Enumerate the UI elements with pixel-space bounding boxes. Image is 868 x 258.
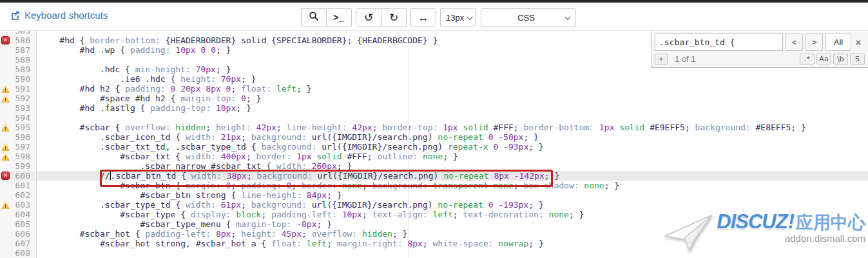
- gutter-cell: !592: [0, 94, 37, 103]
- line-number: 587: [0, 45, 36, 55]
- code-line-text: .scbar_txt_td, .scbar_type_td { backgrou…: [37, 142, 868, 152]
- line-number: 602: [0, 190, 36, 200]
- gutter-cell: 593: [0, 103, 37, 113]
- find-all-button[interactable]: All: [825, 34, 851, 51]
- code-line-text: #space #hd h2 { margin-top: 0; }: [37, 94, 868, 103]
- find-next-button[interactable]: >: [805, 34, 823, 51]
- gutter-cell: 604: [0, 210, 37, 219]
- line-number: 607: [0, 239, 36, 248]
- gutter-cell: 590: [0, 74, 37, 84]
- search-button[interactable]: [301, 8, 327, 26]
- gutter-cell: ×600: [0, 171, 37, 181]
- code-line-text: [37, 113, 868, 123]
- line-number: 599: [0, 161, 36, 171]
- watermark-cn-label: 应用中心: [796, 211, 865, 234]
- match-case-option-button[interactable]: Aa: [816, 54, 831, 64]
- gutter-cell: 602: [0, 190, 37, 200]
- chevron-down-icon: [467, 14, 473, 20]
- gutter-cell: !595: [0, 123, 37, 132]
- gutter-cell: 606: [0, 229, 37, 239]
- code-line-text: .scbar_type_td { width: 61px; background…: [37, 200, 868, 210]
- gutter-cell: 588: [0, 55, 37, 64]
- external-link-icon: [10, 10, 20, 20]
- gutter-cell: 601: [0, 181, 37, 190]
- code-line-text: #scbar { overflow: hidden; height: 42px;…: [37, 123, 868, 132]
- line-number: 593: [0, 103, 36, 113]
- language-value: CSS: [488, 13, 564, 23]
- line-number: 604: [0, 210, 36, 219]
- gutter-cell: 587: [0, 45, 37, 55]
- search-panel: < > All × + 1 of 1 .* Aa \b S: [651, 31, 868, 68]
- gutter-cell: 589: [0, 64, 37, 74]
- gutter-cell: 594: [0, 113, 37, 123]
- line-number: 585: [0, 31, 36, 35]
- watermark-bang: !: [788, 210, 795, 233]
- code-line-592: !592 #space #hd h2 { margin-top: 0; }: [0, 94, 868, 103]
- code-line-text: #scbar_btn strong { line-height: 84px; }: [37, 190, 868, 200]
- gutter-cell: 585: [0, 31, 37, 35]
- terminal-icon: >_: [333, 13, 345, 22]
- line-number: 588: [0, 55, 36, 64]
- redo-button[interactable]: ↻: [381, 8, 407, 26]
- line-number: 596: [0, 132, 36, 142]
- line-number: 605: [0, 219, 36, 229]
- search-icon: [309, 11, 319, 24]
- terminal-button[interactable]: >_: [326, 8, 352, 26]
- language-select[interactable]: CSS: [481, 8, 576, 26]
- search-input[interactable]: [655, 34, 783, 51]
- code-line-598: !598 #scbar_txt { width: 400px; border: …: [0, 152, 868, 161]
- find-previous-button[interactable]: <: [786, 34, 803, 51]
- gutter-cell: ×586: [0, 35, 37, 45]
- match-count-label: 1 of 1: [675, 54, 696, 64]
- keyboard-shortcuts-label: Keyboard shortcuts: [24, 10, 108, 21]
- error-icon: ×: [1, 36, 10, 45]
- paper-plane-logo-icon: [664, 214, 714, 255]
- code-line-602: 602 #scbar_btn strong { line-height: 84p…: [0, 190, 868, 200]
- gutter-cell: !597: [0, 142, 37, 152]
- font-size-select[interactable]: 13px: [440, 8, 476, 26]
- code-line-591: !591 #hd h2 { padding: 0 20px 8px 0; flo…: [0, 84, 868, 94]
- gutter-cell: !598: [0, 152, 37, 161]
- add-search-row-button[interactable]: +: [655, 54, 668, 64]
- gutter-cell: !603: [0, 200, 37, 210]
- undo-button[interactable]: ↺: [356, 8, 381, 26]
- code-line-text: #scbar_txt { width: 400px; border: 1px s…: [37, 152, 868, 161]
- redo-icon: ↻: [389, 12, 398, 23]
- line-number: 589: [0, 64, 36, 74]
- gutter-cell: 596: [0, 132, 37, 142]
- keyboard-shortcuts-link[interactable]: Keyboard shortcuts: [10, 10, 108, 21]
- toggle-width-button[interactable]: ↔: [410, 8, 436, 26]
- regex-option-button[interactable]: .*: [800, 54, 815, 64]
- line-number: 594: [0, 113, 36, 123]
- watermark-domain: addon.dismall.com: [785, 233, 865, 244]
- gutter-cell: 607: [0, 239, 37, 248]
- editor-toolbar: Keyboard shortcuts >_ ↺ ↻ ↔ 13px CSS: [0, 3, 868, 31]
- code-line-593: 593 #hd .fastlg { padding-top: 10px; }: [0, 103, 868, 113]
- font-size-value: 13px: [446, 13, 464, 23]
- toolbar-buttons: >_ ↺ ↻ ↔ 13px CSS: [301, 8, 576, 26]
- line-number: 590: [0, 74, 36, 84]
- error-icon: ×: [1, 172, 10, 180]
- gutter-cell: 605: [0, 219, 37, 229]
- code-line-595: !595 #scbar { overflow: hidden; height: …: [0, 123, 868, 132]
- code-line-text: #hd h2 { padding: 0 20px 8px 0; float: l…: [37, 84, 868, 94]
- horizontal-arrows-icon: ↔: [418, 12, 429, 23]
- chevron-down-icon: [564, 14, 571, 20]
- line-number: 601: [0, 181, 36, 190]
- line-number: 606: [0, 229, 36, 239]
- line-number: 608: [0, 248, 36, 258]
- selection-option-button[interactable]: S: [850, 54, 865, 64]
- undo-icon: ↺: [364, 12, 373, 23]
- watermark-brand: DISCUZ: [717, 210, 787, 233]
- code-line-596: 596 .scbar_icon_td { width: 21px; backgr…: [0, 132, 868, 142]
- code-line-590: 590 .ie6 .hdc { height: 70px; }: [0, 74, 868, 84]
- code-line-text: #hd .fastlg { padding-top: 10px; }: [37, 103, 868, 113]
- whole-word-option-button[interactable]: \b: [833, 54, 848, 64]
- gutter-cell: !591: [0, 84, 37, 94]
- code-line-603: !603 .scbar_type_td { width: 61px; backg…: [0, 200, 868, 210]
- watermark: DISCUZ ! 应用中心 addon.dismall.com: [664, 210, 865, 255]
- annotation-red-box: [100, 170, 553, 187]
- close-search-icon[interactable]: ×: [853, 34, 864, 51]
- code-line-text: .ie6 .hdc { height: 70px; }: [37, 74, 868, 84]
- code-line-597: !597 .scbar_txt_td, .scbar_type_td { bac…: [0, 142, 868, 152]
